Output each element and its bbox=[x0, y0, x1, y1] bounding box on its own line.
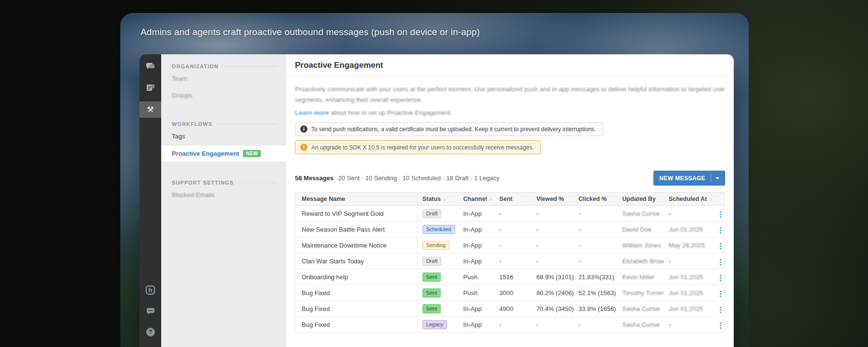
cell-scheduled-at: - bbox=[664, 317, 712, 333]
column-header-viewed-: Viewed % bbox=[532, 193, 574, 206]
updated-by-name: William Jones bbox=[622, 242, 661, 249]
scheduled-date: Jun 01,2025 bbox=[669, 273, 703, 281]
cell-message-name: New Season Battle Pass Alert bbox=[295, 222, 418, 237]
table-row[interactable]: Bug FixedLegacyIn-App---Sasha Curise- bbox=[295, 317, 725, 333]
cell-scheduled-at: Jun 01,2025 bbox=[664, 222, 712, 237]
table-row[interactable]: Clan War Starts TodayDraftIn-App---Eliza… bbox=[295, 253, 725, 269]
cell-updated-by: Sasha Curise bbox=[617, 317, 664, 333]
column-header-sent: Sent bbox=[495, 193, 532, 206]
cell-sent: - bbox=[495, 317, 532, 333]
cell-sent: - bbox=[495, 253, 532, 269]
column-header-status[interactable]: Status↓↑ bbox=[417, 193, 459, 206]
cell-status: Sent bbox=[417, 285, 459, 301]
cell-viewed: - bbox=[532, 253, 574, 269]
cell-clicked: - bbox=[574, 237, 617, 253]
conversations-icon[interactable] bbox=[140, 58, 161, 74]
cell-updated-by: Elizabeth Brown bbox=[617, 253, 664, 269]
helpshift-logo-icon[interactable]: h bbox=[140, 282, 161, 298]
learn-more-link[interactable]: Learn more bbox=[295, 109, 329, 116]
sidebar-item-groups[interactable]: Groups bbox=[161, 88, 286, 103]
cell-status: Scheduled bbox=[417, 222, 459, 237]
sidebar-section-organization: ORGANIZATION bbox=[161, 63, 286, 69]
cell-channel: Push bbox=[459, 285, 495, 301]
row-menu-kebab-icon[interactable] bbox=[717, 225, 724, 235]
scheduled-date: May 28,2025 bbox=[669, 242, 705, 249]
sidebar-item-blocked-emails[interactable]: Blocked Emails bbox=[161, 187, 286, 202]
cell-sent: - bbox=[495, 237, 532, 253]
sidebar-item-tags[interactable]: Tags bbox=[161, 129, 286, 144]
table-row[interactable]: Reward to VIP Segment GoldDraftIn-App---… bbox=[295, 206, 725, 222]
cell-updated-by: Timothy Turner bbox=[617, 285, 664, 301]
updated-by-name: Timothy Turner bbox=[622, 289, 664, 297]
cell-updated-by: David Doe bbox=[617, 222, 664, 237]
cell-channel: In-App bbox=[459, 253, 495, 269]
cell-message-name: Bug Fixed bbox=[295, 285, 418, 301]
cell-clicked: - bbox=[574, 317, 617, 333]
updated-by-name: Sasha Curise bbox=[622, 321, 660, 328]
table-header-row: Message NameStatus↓↑Channel↓↑SentViewed … bbox=[295, 193, 725, 206]
new-message-button[interactable]: NEW MESSAGE bbox=[653, 171, 725, 186]
cell-viewed: - bbox=[532, 222, 574, 237]
row-menu-kebab-icon[interactable] bbox=[717, 241, 724, 251]
sort-icon: ↓↑ bbox=[709, 197, 712, 202]
row-menu-kebab-icon[interactable] bbox=[717, 257, 724, 267]
scheduled-date: Jun 01,2025 bbox=[669, 289, 703, 297]
row-menu-kebab-icon[interactable] bbox=[717, 289, 724, 299]
cell-viewed: - bbox=[532, 237, 574, 253]
status-badge: Sending bbox=[422, 241, 449, 250]
table-row[interactable]: Bug FixedSentPush300080.2% (2406)52.1% (… bbox=[295, 285, 725, 301]
row-menu-kebab-icon[interactable] bbox=[717, 321, 724, 331]
cell-channel: In-App bbox=[459, 317, 495, 333]
svg-text:?: ? bbox=[152, 85, 153, 88]
table-row[interactable]: Bug FixedSentIn-App490070.4% (3450)33.8%… bbox=[295, 301, 725, 317]
warning-icon: ! bbox=[300, 144, 307, 151]
column-header-scheduled-at[interactable]: Scheduled At↓↑ bbox=[664, 193, 712, 206]
screenshot-stage: Admins and agents craft proactive outbou… bbox=[0, 0, 868, 347]
column-header-channel[interactable]: Channel↓↑ bbox=[459, 193, 495, 206]
push-certificate-info-banner: i To send push notifications, a valid ce… bbox=[295, 122, 603, 136]
table-row[interactable]: Maintenance Downtime NoticeSendingIn-App… bbox=[295, 237, 725, 253]
learn-more-line: Learn more about how to set up Proactive… bbox=[295, 109, 725, 116]
nav-rail: ? ⚒ h ? bbox=[140, 54, 161, 347]
table-row[interactable]: New Season Battle Pass AlertScheduledIn-… bbox=[295, 222, 725, 237]
cell-row-menu bbox=[712, 301, 725, 317]
cell-clicked: 21.83%(331) bbox=[574, 269, 617, 285]
cell-clicked: - bbox=[574, 222, 617, 237]
table-row[interactable]: Onboarding helpSentPush151668.9% (3101)2… bbox=[295, 269, 725, 285]
page-description: Proactively communicate with your users … bbox=[295, 84, 725, 105]
row-menu-kebab-icon[interactable] bbox=[717, 273, 724, 283]
updated-by-name: Sasha Curise bbox=[622, 210, 660, 217]
cell-viewed: - bbox=[532, 206, 574, 222]
sidebar-item-team[interactable]: Team bbox=[161, 71, 286, 86]
cell-sent: 1516 bbox=[495, 269, 532, 285]
page-header: Proactive Engagement bbox=[286, 54, 734, 76]
status-badge: Legacy bbox=[422, 320, 447, 329]
cell-status: Sent bbox=[417, 269, 459, 285]
row-menu-kebab-icon[interactable] bbox=[717, 305, 724, 315]
help-icon[interactable]: ? bbox=[140, 324, 161, 340]
chevron-down-icon bbox=[715, 177, 719, 179]
cell-viewed: 70.4% (3450) bbox=[532, 301, 574, 317]
cell-sent: - bbox=[495, 222, 532, 237]
cell-message-name: Clan War Starts Today bbox=[295, 253, 418, 269]
feedback-chat-icon[interactable] bbox=[140, 303, 161, 319]
row-menu-kebab-icon[interactable] bbox=[717, 210, 724, 220]
cell-channel: In-App bbox=[459, 222, 495, 237]
cell-viewed: 68.9% (3101) bbox=[532, 269, 574, 285]
cell-channel: In-App bbox=[459, 206, 495, 222]
cell-clicked: 52.1% (1563) bbox=[574, 285, 617, 301]
faqs-icon[interactable]: ? bbox=[140, 79, 161, 96]
tools-icon[interactable]: ⚒ bbox=[140, 101, 161, 118]
cell-sent: 4900 bbox=[495, 301, 532, 317]
sidebar-item-proactive-engagement[interactable]: Proactive Engagement NEW bbox=[161, 146, 286, 161]
cell-viewed: - bbox=[532, 317, 574, 333]
column-header-menu bbox=[712, 193, 725, 206]
cell-message-name: Maintenance Downtime Notice bbox=[295, 237, 418, 253]
messages-breakdown: 20 Sent · 10 Sending · 10 Scheduled · 18… bbox=[338, 174, 499, 182]
sdk-upgrade-warning-banner: ! An upgrade to SDK X 10.5 is required f… bbox=[295, 140, 541, 154]
cell-viewed: 80.2% (2406) bbox=[532, 285, 574, 301]
updated-by-name: David Doe bbox=[622, 226, 651, 233]
status-badge: Scheduled bbox=[422, 225, 455, 234]
cell-channel: In-App bbox=[459, 301, 495, 317]
slide-headline: Admins and agents craft proactive outbou… bbox=[140, 27, 480, 37]
